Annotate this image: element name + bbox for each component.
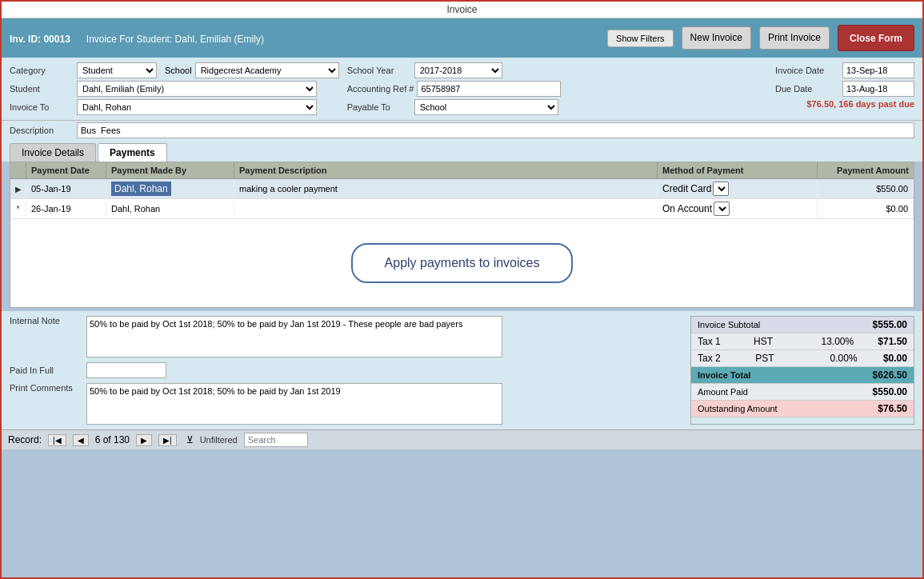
tab-payments[interactable]: Payments (98, 143, 167, 162)
payment-description-1: making a cooler payment (234, 182, 658, 196)
col-method: Method of Payment (658, 162, 818, 178)
new-invoice-button[interactable]: New Invoice (682, 26, 751, 50)
due-warning: $76.50, 166 days past due (806, 99, 914, 109)
tax1-pct: 13.00% (810, 336, 854, 347)
tax2-pct: 0.00% (814, 353, 858, 364)
col-marker (10, 162, 26, 178)
payment-date-2: 26-Jan-19 (26, 202, 106, 216)
print-comments-label: Print Comments (10, 383, 82, 393)
description-row: Description (2, 120, 922, 140)
paid-in-full-input[interactable] (86, 362, 166, 378)
payment-made-by-2: Dahl, Rohan (106, 202, 234, 216)
payment-method-2: On Account On Account (658, 199, 818, 218)
tax1-label: Tax 1 (698, 336, 730, 347)
accounting-ref-label: Accounting Ref # (347, 84, 414, 94)
col-payment-made-by: Payment Made By (106, 162, 234, 178)
amount-paid-value: $550.00 (873, 386, 907, 397)
invoice-total-value: $626.50 (873, 369, 907, 381)
status-bar: Record: |◀ ◀ 6 of 130 ▶ ▶| ⊻ Unfiltered (2, 429, 922, 449)
col-payment-description: Payment Description (234, 162, 658, 178)
search-input[interactable] (244, 433, 308, 447)
due-date-input[interactable] (842, 81, 914, 97)
payment-table: Payment Date Payment Made By Payment Des… (10, 162, 914, 308)
print-comments-row: Print Comments 50% to be paid by Oct 1st… (10, 383, 682, 425)
description-label: Description (10, 126, 74, 135)
invoice-date-label: Invoice Date (775, 66, 839, 75)
table-row[interactable]: ▶ 05-Jan-19 Dahl, Rohan making a cooler … (10, 179, 914, 199)
print-comments-textarea[interactable]: 50% to be paid by Oct 1st 2018; 50% to b… (86, 383, 502, 425)
table-row[interactable]: * 26-Jan-19 Dahl, Rohan On Account On Ac… (10, 199, 914, 219)
school-label-inline: School (165, 66, 192, 75)
school-year-row: School Year 2017-2018 (347, 62, 627, 78)
student-label: Student (10, 84, 74, 94)
record-label: Record: (8, 434, 42, 445)
student-row: Student Dahl, Emiliah (Emily) (10, 81, 339, 97)
school-year-select[interactable]: 2017-2018 (414, 62, 502, 78)
nav-prev-button[interactable]: ◀ (73, 434, 89, 446)
description-input[interactable] (77, 122, 914, 138)
col-payment-date: Payment Date (26, 162, 106, 178)
form-area: Category Student School Ridgecrest Acade… (2, 58, 922, 120)
paid-in-full-row: Paid In Full (10, 362, 682, 378)
accounting-ref-row: Accounting Ref # 65758987 (347, 81, 627, 97)
category-label: Category (10, 66, 74, 75)
nav-next-button[interactable]: ▶ (136, 434, 152, 446)
internal-note-textarea[interactable]: 50% to be paid by Oct 1st 2018; 50% to b… (86, 316, 502, 357)
payment-date-1: 05-Jan-19 (26, 182, 106, 196)
invoice-to-select[interactable]: Dahl, Rohan (77, 99, 317, 115)
method-select-2[interactable]: On Account (714, 202, 730, 216)
record-position: 6 of 130 (95, 434, 130, 445)
invoice-date-input[interactable] (842, 62, 914, 78)
tab-invoice-details[interactable]: Invoice Details (10, 143, 96, 162)
invoice-id: Inv. ID: 00013 (10, 34, 70, 45)
school-select[interactable]: Ridgecrest Academy (195, 62, 339, 78)
table-header: Payment Date Payment Made By Payment Des… (10, 162, 914, 179)
show-filters-button[interactable]: Show Filters (607, 30, 674, 47)
close-form-button[interactable]: Close Form (838, 25, 914, 51)
nav-last-button[interactable]: ▶| (158, 434, 177, 446)
tax1-name: HST (754, 336, 786, 347)
accounting-ref-input[interactable]: 65758987 (417, 81, 561, 97)
nav-first-button[interactable]: |◀ (48, 434, 66, 446)
invoice-total-label: Invoice Total (698, 370, 750, 380)
payment-amount-2: $0.00 (818, 202, 914, 216)
outstanding-row: Outstanding Amount $76.50 (691, 401, 914, 417)
print-invoice-button[interactable]: Print Invoice (759, 26, 830, 50)
notes-area: Internal Note 50% to be paid by Oct 1st … (10, 316, 682, 425)
paid-in-full-label: Paid In Full (10, 365, 82, 375)
amount-paid-label: Amount Paid (698, 387, 748, 397)
tax2-row: Tax 2 PST 0.00% $0.00 (691, 350, 914, 367)
method-select-1[interactable]: Credit Card (713, 182, 729, 196)
subtotal-value: $555.00 (873, 319, 907, 330)
unfiltered-badge: Unfiltered (200, 435, 238, 445)
amount-paid-row: Amount Paid $550.00 (691, 384, 914, 401)
payable-to-select[interactable]: School (414, 99, 558, 115)
tax2-label: Tax 2 (698, 353, 730, 364)
due-date-label: Due Date (775, 84, 839, 94)
invoice-to-row: Invoice To Dahl, Rohan (10, 99, 339, 115)
apply-payments-button[interactable]: Apply payments to invoices (351, 243, 574, 283)
category-select[interactable]: Student (77, 62, 157, 78)
filter-icon: ⊻ (186, 434, 194, 445)
tabs: Invoice Details Payments (10, 143, 914, 162)
outstanding-label: Outstanding Amount (698, 404, 778, 413)
internal-note-label: Internal Note (10, 316, 82, 325)
payment-made-by-1: Dahl, Rohan (106, 181, 234, 197)
student-select[interactable]: Dahl, Emiliah (Emily) (77, 81, 317, 97)
col-amount: Payment Amount (818, 162, 914, 178)
payable-to-row: Payable To School (347, 99, 627, 115)
school-year-label: School Year (347, 66, 411, 75)
subtotal-row: Invoice Subtotal $555.00 (691, 317, 914, 333)
outstanding-value: $76.50 (878, 403, 907, 414)
invoice-date-row: Invoice Date (775, 62, 914, 78)
tax2-value: $0.00 (883, 353, 907, 364)
payment-method-1: Credit Card Credit Card (658, 179, 818, 198)
main-window: Invoice Inv. ID: 00013 Invoice For Stude… (0, 0, 924, 579)
tabs-area: Invoice Details Payments (2, 140, 922, 162)
due-date-row: Due Date (775, 81, 914, 97)
internal-note-row: Internal Note 50% to be paid by Oct 1st … (10, 316, 682, 357)
payment-description-2 (234, 206, 658, 211)
tax2-name: PST (755, 353, 787, 364)
bottom-area: Internal Note 50% to be paid by Oct 1st … (2, 311, 922, 429)
payment-amount-1: $550.00 (818, 182, 914, 196)
